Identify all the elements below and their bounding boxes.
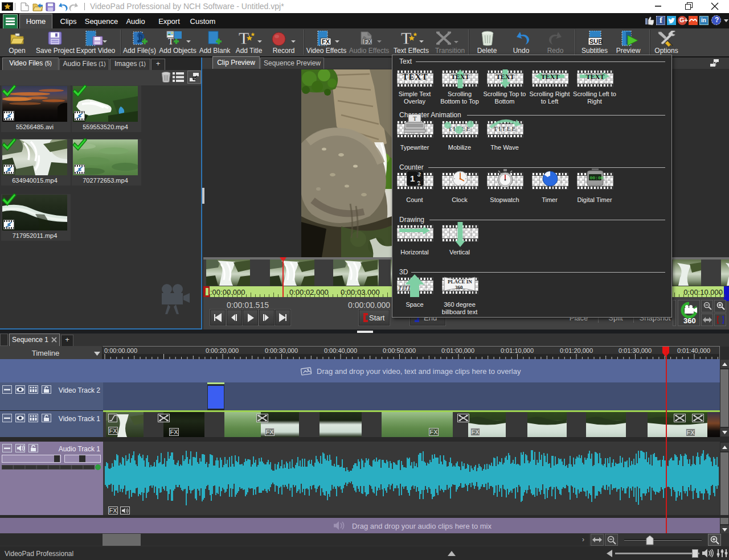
svg-text:00:00: 00:00 [590,175,604,180]
svg-text:FX: FX [364,39,371,45]
svg-text:T: T [168,36,174,46]
svg-text:T: T [401,30,411,47]
svg-text:T: T [239,30,249,47]
svg-text:PLACE IN: PLACE IN [448,279,472,285]
svg-text:360: 360 [455,285,463,290]
svg-text:T: T [413,115,417,122]
svg-text:FX: FX [322,38,330,45]
svg-text:SUB: SUB [589,38,603,45]
svg-text:360: 360 [683,316,696,324]
svg-text:1: 1 [410,174,415,183]
